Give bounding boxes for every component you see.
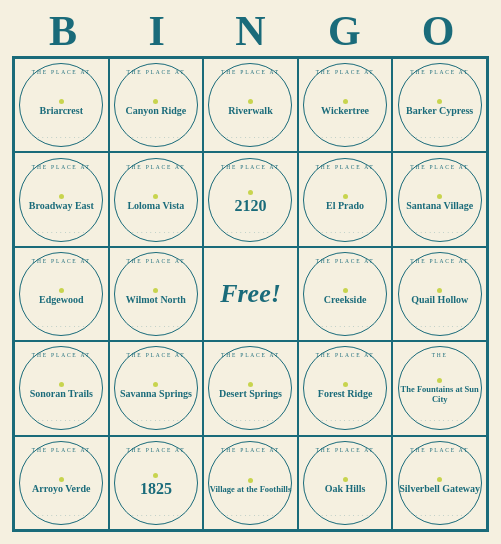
cell-name-n4: Desert Springs [219,388,282,400]
badge-i4: THE PLACE AT · · · · · · · · · · · Savan… [114,346,198,430]
cell-name-i4: Savanna Springs [120,388,192,400]
cell-g5: THE PLACE AT · · · · · · · · · · · Oak H… [298,436,393,530]
badge-g4: THE PLACE AT · · · · · · · · · · · Fores… [303,346,387,430]
badge-b4: THE PLACE AT · · · · · · · · · · · Sonor… [19,346,103,430]
bingo-header: B I N G O [12,10,489,52]
cell-name-i2: Loloma Vista [127,200,184,212]
cell-name-o5: Silverbell Gateway [399,483,480,495]
cell-o5: THE PLACE AT · · · · · · · · · · · Silve… [392,436,487,530]
cell-b1: THE PLACE AT · · · · · · · · · · · Briar… [14,58,109,152]
cell-name-g2: El Prado [326,200,364,212]
badge-n5: THE PLACE AT · · · · · · · · · · · Villa… [208,441,292,525]
letter-i: I [113,10,201,52]
cell-name-g5: Oak Hills [325,483,366,495]
cell-o4: THE · · · · · · · · · · · The Fountains … [392,341,487,435]
badge-g3: THE PLACE AT · · · · · · · · · · · Creek… [303,252,387,336]
badge-b5: THE PLACE AT · · · · · · · · · · · Arroy… [19,441,103,525]
badge-b3: THE PLACE AT · · · · · · · · · · · Edgew… [19,252,103,336]
cell-b4: THE PLACE AT · · · · · · · · · · · Sonor… [14,341,109,435]
cell-free: Free! [203,247,298,341]
badge-b2: THE PLACE AT · · · · · · · · · · · Broad… [19,158,103,242]
letter-o: O [394,10,482,52]
badge-o1: THE PLACE AT · · · · · · · · · · · Barke… [398,63,482,147]
letter-n: N [206,10,294,52]
bingo-card: B I N G O THE PLACE AT · · · · · · · · ·… [0,0,501,544]
badge-i5: THE PLACE AT · · · · · · · · · · · 1825 [114,441,198,525]
cell-i4: THE PLACE AT · · · · · · · · · · · Savan… [109,341,204,435]
cell-name-o3: Quail Hollow [411,294,468,306]
badge-i1: THE PLACE AT · · · · · · · · · · · Canyo… [114,63,198,147]
badge-g1: THE PLACE AT · · · · · · · · · · · Wicke… [303,63,387,147]
cell-name-g4: Forest Ridge [318,388,373,400]
cell-name-o2: Santana Village [406,200,473,212]
cell-name-i3: Wilmot North [126,294,186,306]
cell-name-b3: Edgewood [39,294,83,306]
cell-g3: THE PLACE AT · · · · · · · · · · · Creek… [298,247,393,341]
letter-b: B [19,10,107,52]
cell-i1: THE PLACE AT · · · · · · · · · · · Canyo… [109,58,204,152]
letter-g: G [300,10,388,52]
badge-b1: THE PLACE AT · · · · · · · · · · · Briar… [19,63,103,147]
cell-i2: THE PLACE AT · · · · · · · · · · · Lolom… [109,152,204,246]
badge-o4: THE · · · · · · · · · · · The Fountains … [398,346,482,430]
cell-name-o1: Barker Cypress [406,105,473,117]
cell-o1: THE PLACE AT · · · · · · · · · · · Barke… [392,58,487,152]
badge-i2: THE PLACE AT · · · · · · · · · · · Lolom… [114,158,198,242]
cell-i5: THE PLACE AT · · · · · · · · · · · 1825 [109,436,204,530]
cell-b3: THE PLACE AT · · · · · · · · · · · Edgew… [14,247,109,341]
cell-g1: THE PLACE AT · · · · · · · · · · · Wicke… [298,58,393,152]
cell-name-n5: Village at the Foothills [210,484,292,494]
cell-name-g1: Wickertree [321,105,369,117]
cell-n1: THE PLACE AT · · · · · · · · · · · River… [203,58,298,152]
cell-i3: THE PLACE AT · · · · · · · · · · · Wilmo… [109,247,204,341]
cell-name-o4: The Fountains at Sun City [399,384,481,404]
bingo-grid: THE PLACE AT · · · · · · · · · · · Briar… [12,56,489,532]
cell-name-b1: Briarcrest [40,105,84,117]
badge-n2: THE PLACE AT · · · · · · · · · · · 2120 [208,158,292,242]
cell-b2: THE PLACE AT · · · · · · · · · · · Broad… [14,152,109,246]
cell-name-b5: Arroyo Verde [32,483,90,495]
cell-name-n1: Riverwalk [228,105,272,117]
badge-o3: THE PLACE AT · · · · · · · · · · · Quail… [398,252,482,336]
badge-o5: THE PLACE AT · · · · · · · · · · · Silve… [398,441,482,525]
cell-name-b2: Broadway East [29,200,94,212]
cell-o2: THE PLACE AT · · · · · · · · · · · Santa… [392,152,487,246]
cell-n5: THE PLACE AT · · · · · · · · · · · Villa… [203,436,298,530]
cell-name-i1: Canyon Ridge [125,105,186,117]
cell-n4: THE PLACE AT · · · · · · · · · · · Deser… [203,341,298,435]
badge-n4: THE PLACE AT · · · · · · · · · · · Deser… [208,346,292,430]
cell-b5: THE PLACE AT · · · · · · · · · · · Arroy… [14,436,109,530]
cell-name-n2: 2120 [234,196,266,215]
cell-g4: THE PLACE AT · · · · · · · · · · · Fores… [298,341,393,435]
badge-g2: THE PLACE AT · · · · · · · · · · · El Pr… [303,158,387,242]
badge-n1: THE PLACE AT · · · · · · · · · · · River… [208,63,292,147]
cell-name-g3: Creekside [324,294,367,306]
free-text: Free! [220,279,281,309]
cell-o3: THE PLACE AT · · · · · · · · · · · Quail… [392,247,487,341]
badge-g5: THE PLACE AT · · · · · · · · · · · Oak H… [303,441,387,525]
cell-n2: THE PLACE AT · · · · · · · · · · · 2120 [203,152,298,246]
badge-i3: THE PLACE AT · · · · · · · · · · · Wilmo… [114,252,198,336]
badge-o2: THE PLACE AT · · · · · · · · · · · Santa… [398,158,482,242]
cell-name-b4: Sonoran Trails [30,388,93,400]
cell-g2: THE PLACE AT · · · · · · · · · · · El Pr… [298,152,393,246]
cell-name-i5: 1825 [140,479,172,498]
